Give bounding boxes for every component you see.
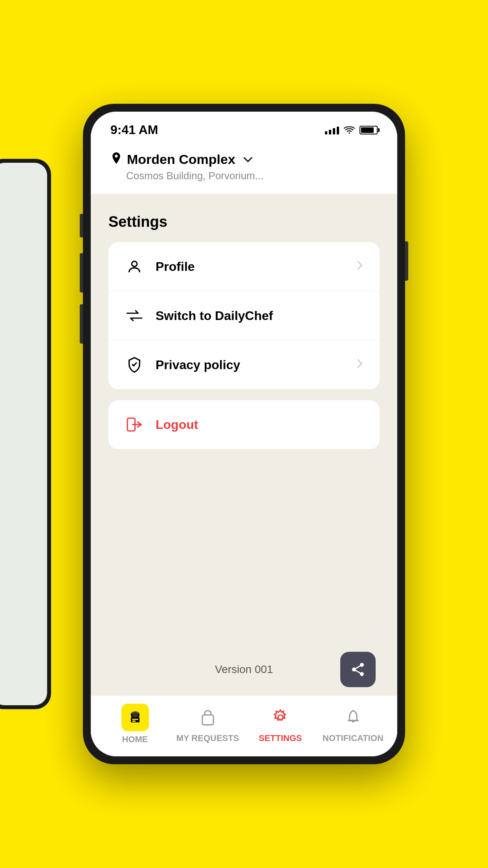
nav-item-home[interactable]: HOME (99, 704, 171, 745)
nav-item-notification[interactable]: NOTIFICATION (317, 705, 389, 743)
battery-icon (360, 126, 378, 134)
location-subtitle: Cosmos Building, Porvorium... (126, 170, 378, 182)
phone-screen: 9:41 AM (91, 112, 397, 756)
settings-label: SETTINGS (259, 733, 302, 743)
home-chef-icon (127, 709, 144, 726)
header: Morden Complex Cosmos Building, Porvoriu… (91, 143, 397, 194)
privacy-label: Privacy policy (156, 358, 356, 372)
status-bar: 9:41 AM (91, 112, 397, 143)
location-name: Morden Complex (127, 152, 235, 167)
share-button[interactable] (340, 652, 376, 687)
location-row[interactable]: Morden Complex (110, 151, 378, 167)
silent-button (80, 214, 83, 237)
profile-label: Profile (156, 259, 356, 274)
side-phone-left (0, 159, 51, 709)
profile-chevron-icon (356, 260, 364, 273)
volume-up-button (80, 253, 83, 292)
battery-fill (361, 127, 374, 133)
nav-item-requests[interactable]: MY REQUESTS (171, 705, 244, 743)
notification-label: NOTIFICATION (323, 733, 383, 743)
settings-item-switch[interactable]: Switch to DailyChef (108, 291, 380, 340)
nav-item-settings[interactable]: SETTINGS (244, 705, 317, 743)
settings-item-privacy[interactable]: Privacy policy (108, 340, 380, 389)
power-button (405, 241, 408, 281)
settings-item-logout[interactable]: Logout (108, 400, 380, 449)
content-area: Settings Profile (91, 194, 397, 695)
status-icons (325, 126, 378, 134)
status-time: 9:41 AM (110, 123, 158, 137)
notification-bell-icon (345, 709, 362, 726)
svg-rect-7 (202, 715, 213, 725)
privacy-icon (124, 355, 145, 375)
svg-rect-4 (132, 719, 138, 720)
home-label: HOME (122, 734, 148, 745)
requests-label: MY REQUESTS (176, 733, 239, 743)
profile-icon (124, 256, 145, 277)
location-pin-icon (110, 151, 122, 167)
requests-icon-wrapper (195, 705, 220, 730)
home-icon-wrapper (121, 704, 149, 731)
privacy-chevron-icon (356, 359, 364, 371)
signal-icon (325, 126, 339, 134)
share-icon (350, 662, 366, 677)
svg-point-1 (132, 261, 137, 267)
logout-icon (124, 414, 145, 435)
settings-icon-wrapper (268, 705, 293, 730)
version-text: Version 001 (215, 663, 273, 676)
notification-icon-wrapper (341, 705, 366, 730)
wifi-icon (344, 126, 355, 134)
logout-label: Logout (156, 417, 364, 432)
svg-point-0 (349, 132, 350, 134)
switch-icon (124, 305, 145, 326)
volume-down-button (80, 304, 83, 344)
side-phone-screen (0, 163, 47, 705)
settings-item-profile[interactable]: Profile (108, 242, 380, 291)
section-title: Settings (108, 213, 380, 230)
phone-frame: 9:41 AM (83, 104, 405, 764)
settings-gear-icon (272, 709, 289, 726)
logout-card: Logout (108, 400, 380, 449)
bottom-nav: HOME MY REQUESTS (91, 695, 397, 756)
switch-label: Switch to DailyChef (156, 309, 364, 323)
settings-card-main: Profile Switch to Dai (108, 242, 380, 389)
location-chevron-icon (243, 154, 253, 165)
version-row: Version 001 (108, 647, 380, 676)
requests-bag-icon (199, 709, 216, 726)
svg-rect-5 (132, 721, 136, 722)
